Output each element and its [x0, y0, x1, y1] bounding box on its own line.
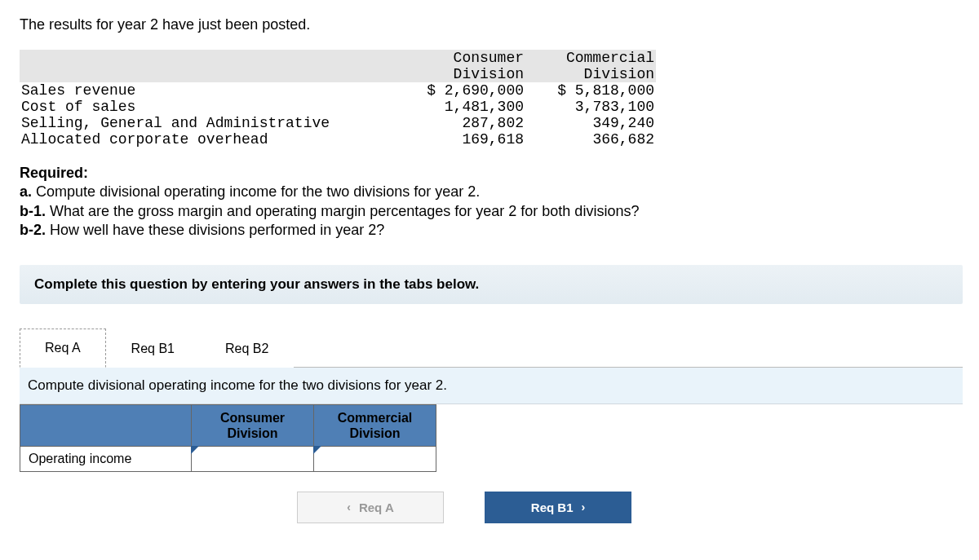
prev-label: Req A	[359, 500, 394, 514]
required-title: Required:	[20, 165, 88, 181]
row-cos-consumer: 1,481,300	[395, 99, 525, 115]
req-b1-prefix: b-1.	[20, 203, 46, 219]
row-sales-label: Sales revenue	[20, 82, 395, 99]
row-cos-commercial: 3,783,100	[525, 99, 656, 115]
intro-text: The results for year 2 have just been po…	[20, 16, 963, 33]
next-label: Req B1	[531, 500, 574, 514]
required-block: Required: a. Compute divisional operatin…	[20, 164, 963, 240]
req-a-text: Compute divisional operating income for …	[32, 183, 480, 200]
header-commercial: CommercialDivision	[525, 50, 656, 82]
row-sales-commercial: $ 5,818,000	[525, 82, 656, 99]
answer-col-consumer: Consumer Division	[192, 404, 314, 446]
answer-col-commercial: Commercial Division	[314, 404, 436, 446]
nav-buttons: ‹ Req A Req B1 ›	[297, 492, 963, 523]
tab-req-a[interactable]: Req A	[20, 329, 106, 368]
row-sales-consumer: $ 2,690,000	[395, 82, 525, 99]
chevron-right-icon: ›	[582, 500, 586, 514]
financial-data-table: ConsumerDivision CommercialDivision Sale…	[20, 50, 656, 148]
row-cos-label: Cost of sales	[20, 99, 395, 115]
req-b2-prefix: b-2.	[20, 222, 46, 238]
tab-content-heading: Compute divisional operating income for …	[20, 368, 963, 404]
req-a-prefix: a.	[20, 183, 32, 200]
header-blank	[20, 50, 395, 82]
answer-corner	[20, 404, 192, 446]
req-b1-text: What are the gross margin and operating …	[46, 203, 639, 219]
input-corner-icon	[191, 446, 199, 454]
instruction-bar: Complete this question by entering your …	[20, 265, 963, 304]
row-overhead-label: Allocated corporate overhead	[20, 131, 395, 148]
header-consumer: ConsumerDivision	[395, 50, 525, 82]
answer-row-label: Operating income	[20, 446, 192, 471]
operating-income-commercial-input[interactable]	[314, 446, 436, 471]
row-overhead-consumer: 169,618	[395, 131, 525, 148]
next-button[interactable]: Req B1 ›	[485, 492, 631, 523]
tab-req-b2[interactable]: Req B2	[200, 329, 294, 368]
row-sga-consumer: 287,802	[395, 115, 525, 131]
chevron-left-icon: ‹	[347, 500, 351, 514]
req-b2-text: How well have these divisions performed …	[46, 222, 384, 238]
row-sga-commercial: 349,240	[525, 115, 656, 131]
input-corner-icon	[313, 446, 321, 454]
row-sga-label: Selling, General and Administrative	[20, 115, 395, 131]
tabs-container: Req A Req B1 Req B2	[20, 329, 963, 368]
tab-req-b1[interactable]: Req B1	[106, 329, 200, 368]
operating-income-consumer-input[interactable]	[192, 446, 314, 471]
answer-table: Consumer Division Commercial Division Op…	[20, 404, 436, 472]
prev-button[interactable]: ‹ Req A	[297, 492, 444, 523]
row-overhead-commercial: 366,682	[525, 131, 656, 148]
